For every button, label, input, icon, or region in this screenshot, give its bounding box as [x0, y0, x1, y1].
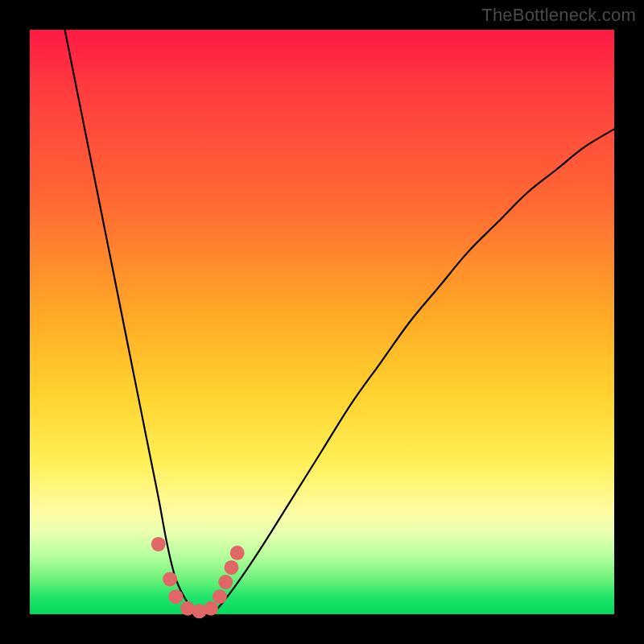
- curve-marker: [224, 560, 238, 575]
- curve-marker: [169, 589, 184, 604]
- curve-marker: [213, 589, 227, 604]
- curve-marker: [151, 537, 166, 551]
- curve-marker: [204, 601, 218, 616]
- curve-marker: [230, 546, 245, 560]
- curve-svg: [30, 30, 614, 614]
- curve-markers: [151, 537, 245, 618]
- bottleneck-curve: [65, 30, 614, 616]
- watermark-text: TheBottleneck.com: [481, 5, 636, 26]
- curve-marker: [163, 572, 177, 586]
- curve-marker: [218, 575, 233, 589]
- plot-area: [30, 30, 614, 614]
- chart-frame: TheBottleneck.com: [0, 0, 644, 644]
